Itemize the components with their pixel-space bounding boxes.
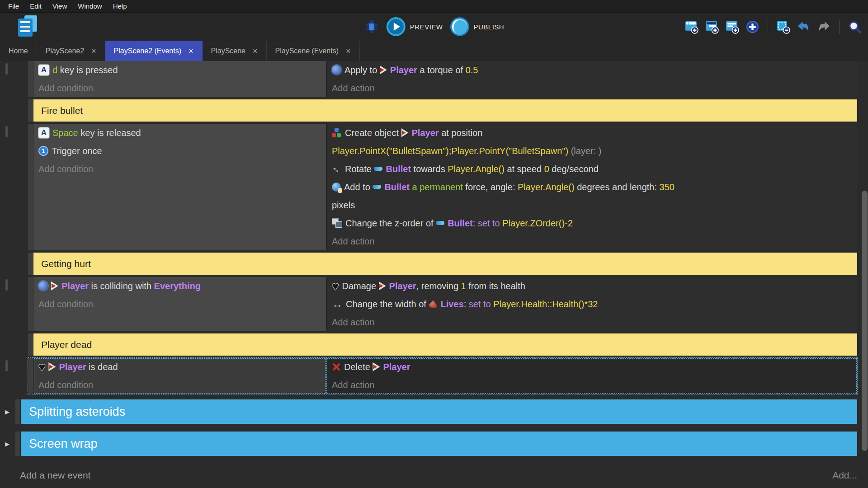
text-segment: key is pressed: [57, 65, 118, 75]
tab-close-icon[interactable]: ×: [189, 47, 193, 55]
text-segment: Player.Health::Health()*32: [493, 299, 598, 309]
add-condition-placeholder[interactable]: Add condition: [38, 376, 321, 394]
tab-playscene-events-[interactable]: PlayScene (Events)×: [267, 41, 360, 61]
ship-icon: [379, 282, 386, 291]
action-line[interactable]: ♥Damage Player, removing 1 from its heal…: [332, 277, 853, 295]
add-condition-placeholder[interactable]: Add condition: [38, 295, 321, 313]
text-segment: Player: [390, 65, 417, 75]
lives-icon: [429, 300, 437, 308]
group-bar[interactable]: Screen wrap: [21, 432, 857, 456]
menu-item-view[interactable]: View: [47, 0, 72, 12]
text-segment: Player.ZOrder()-2: [502, 218, 573, 228]
add-action-placeholder[interactable]: Add action: [332, 313, 853, 331]
undo-button[interactable]: [797, 20, 811, 34]
debug-button[interactable]: [364, 19, 379, 34]
undo-icon: [797, 20, 811, 34]
text-segment: Player.Angle(): [448, 164, 505, 174]
publish-button[interactable]: PUBLISH: [450, 17, 504, 36]
menu-item-help[interactable]: Help: [108, 0, 132, 12]
tab-close-icon[interactable]: ×: [253, 47, 258, 55]
condition-line[interactable]: ♥Player is dead: [38, 358, 321, 376]
group-bar[interactable]: Splitting asteroids: [21, 399, 857, 424]
conditions-cell: ASpace key is released1Trigger onceAdd c…: [33, 124, 326, 250]
tab-close-icon[interactable]: ×: [91, 47, 96, 55]
menu-item-window[interactable]: Window: [72, 0, 107, 12]
condition-line[interactable]: Ad key is pressed: [38, 61, 321, 79]
ship-icon: [373, 362, 380, 371]
action-line[interactable]: Create object Player at position: [332, 124, 853, 142]
toolbar-right: [684, 13, 862, 41]
add-button[interactable]: Add...: [832, 470, 857, 481]
preview-label: PREVIEW: [410, 23, 443, 31]
comment-bar[interactable]: Fire bullet: [33, 99, 857, 122]
heart-icon: ♥: [332, 281, 339, 291]
action-line[interactable]: ↔Change the width of Lives: set to Playe…: [332, 295, 853, 313]
tab-close-icon[interactable]: ×: [346, 47, 351, 55]
action-line[interactable]: Add to Bullet a permanent force, angle: …: [332, 178, 853, 196]
condition-line[interactable]: 1Trigger once: [38, 142, 321, 160]
event-drag-handle[interactable]: [28, 61, 33, 97]
ship-icon: [48, 362, 56, 371]
text-segment: Add condition: [38, 83, 93, 93]
ship-icon: [380, 66, 387, 75]
redo-button[interactable]: [817, 20, 831, 34]
comment-bar[interactable]: Getting hurt: [33, 253, 857, 275]
tab-playscene2[interactable]: PlayScene2×: [37, 41, 105, 61]
condition-line[interactable]: ASpace key is released: [38, 124, 321, 142]
physics-icon: [38, 281, 48, 291]
action-line[interactable]: Delete Player: [332, 358, 853, 376]
keyboard-icon: A: [38, 65, 49, 75]
preview-button[interactable]: PREVIEW: [387, 17, 443, 36]
collapse-arrow-icon[interactable]: ▶: [5, 408, 9, 415]
add-action-placeholder[interactable]: Add action: [332, 232, 853, 250]
condition-line[interactable]: Player is colliding with Everything: [38, 277, 321, 295]
add-event-button[interactable]: [684, 20, 698, 34]
event-drag-handle[interactable]: [15, 399, 21, 424]
comment-row: Getting hurt: [28, 253, 857, 275]
action-line[interactable]: Change the z-order of Bullet: set to Pla…: [332, 214, 853, 232]
add-condition-placeholder[interactable]: Add condition: [38, 160, 321, 178]
remove-selection-button[interactable]: [776, 20, 790, 34]
heart-icon: ♥: [38, 362, 45, 372]
event-drag-handle[interactable]: [15, 432, 21, 456]
text-segment: , removing: [416, 281, 461, 291]
bullet-icon: [374, 167, 382, 171]
event-drag-handle[interactable]: [28, 333, 33, 356]
event-drag-handle[interactable]: [28, 253, 33, 275]
action-line[interactable]: pixels: [332, 196, 853, 214]
add-condition-placeholder[interactable]: Add condition: [38, 79, 321, 97]
event-drag-handle[interactable]: [28, 358, 33, 394]
tab-playscene2-events-[interactable]: PlayScene2 (Events)×: [105, 41, 203, 61]
text-segment: Bullet: [384, 182, 410, 192]
event-drag-handle[interactable]: [28, 124, 33, 250]
search-button[interactable]: [848, 20, 862, 34]
publish-globe-icon: [450, 17, 469, 36]
toolbar-divider: [768, 19, 768, 34]
project-manager-button[interactable]: [17, 15, 39, 39]
event-drag-handle[interactable]: [28, 277, 33, 331]
menu-item-file[interactable]: File: [3, 0, 24, 12]
text-segment: Change the width of: [346, 299, 429, 309]
add-circle-button[interactable]: [745, 20, 760, 34]
debug-icon: [364, 19, 379, 34]
add-new-event-label[interactable]: Add a new event: [20, 470, 90, 481]
text-segment: degrees and length:: [575, 182, 660, 192]
toolbar-center: PREVIEW PUBLISH: [364, 13, 504, 41]
action-line[interactable]: Apply to Player a torque of 0.5: [332, 61, 853, 79]
tab-playscene[interactable]: PlayScene×: [203, 41, 267, 61]
text-segment: a permanent: [412, 182, 463, 192]
menu-item-edit[interactable]: Edit: [24, 0, 47, 12]
action-line[interactable]: Player.PointX("BulletSpawn");Player.Poin…: [332, 142, 853, 160]
add-action-placeholder[interactable]: Add action: [332, 79, 853, 97]
vertical-scrollbar-thumb[interactable]: [862, 191, 868, 451]
comment-bar[interactable]: Player dead: [33, 333, 857, 356]
tab-home[interactable]: Home: [0, 41, 37, 61]
add-comment-button[interactable]: [725, 20, 739, 34]
add-subevent-button[interactable]: [705, 20, 719, 34]
comment-row: Fire bullet: [28, 99, 857, 122]
event-drag-handle[interactable]: [28, 99, 33, 122]
add-action-placeholder[interactable]: Add action: [332, 376, 853, 394]
collapse-arrow-icon[interactable]: ▶: [5, 441, 9, 447]
action-line[interactable]: ↔Rotate Bullet towards Player.Angle() at…: [332, 160, 853, 178]
text-segment: pixels: [332, 200, 355, 210]
